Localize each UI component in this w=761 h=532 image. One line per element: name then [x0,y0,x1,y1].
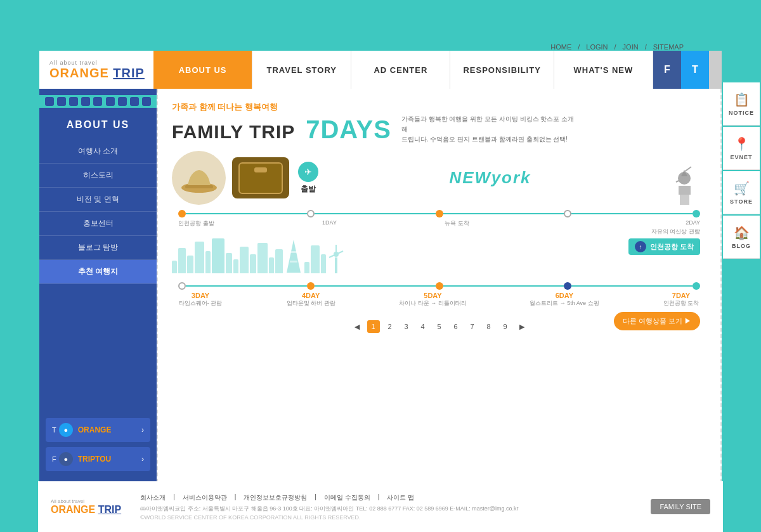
util-login[interactable]: LOGIN [586,43,608,51]
footer-link-terms[interactable]: 서비스이용약관 [183,493,227,502]
7day-place: 인천공항 도착 [662,299,700,308]
sidebar-title: ABOUT US [39,108,157,139]
page-1[interactable]: 1 [367,320,380,333]
footer-link-email[interactable]: 이메일 수집동의 [324,493,370,502]
building-6 [212,238,224,273]
building-8 [233,259,238,273]
footer: All about travel ORANGE TRIP 회사소개 | 서비스이… [38,481,723,532]
event-btn[interactable]: 📍 EVNET [723,127,760,170]
store-label: STORE [730,198,753,205]
page-5[interactable]: 5 [433,320,446,333]
footer-sitename: ORANGE TRIP [51,504,121,516]
title-7days: 7DAYS [306,115,391,143]
sidebar-item-pr[interactable]: 홍보센터 [39,212,157,236]
newyork-area: NEWyork [325,168,656,188]
building-10 [250,254,256,273]
util-join[interactable]: JOIN [623,43,639,51]
page-9[interactable]: 9 [499,320,512,333]
page-prev[interactable]: ◀ [351,320,363,333]
sidebar-item-intro[interactable]: 여행사 소개 [39,139,157,164]
7day-label: 7DAY [662,292,700,299]
building-9 [240,247,249,273]
svg-rect-1 [185,185,213,188]
departure-section: ✈ 출발 [298,162,318,195]
4day-label: 4DAY [285,292,336,299]
puzzle-deco-2 [57,97,66,106]
tab-responsibility[interactable]: RESPONSIBILITY [450,51,554,89]
nav-social: F T [653,51,722,89]
footer-link-privacy[interactable]: 개인정보보호규정방침 [244,493,307,502]
notice-label: NOTICE [729,110,754,116]
sidebar-twitter-btn[interactable]: T ● ORANGE › [46,418,150,442]
util-sep3: / [645,43,647,51]
building-2 [178,248,186,273]
puzzle-deco-1 [45,97,54,106]
sidebar-item-vision[interactable]: 비전 및 연혁 [39,188,157,212]
facebook-icon: ● [59,452,73,466]
event-icon: 📍 [734,136,750,152]
sidebar-item-recommend[interactable]: 추천 여행지 [39,260,157,284]
page-2[interactable]: 2 [384,320,396,333]
city-silhouette-row: ↑ 인천공항 도착 [172,238,706,280]
page-7[interactable]: 7 [466,320,479,333]
util-sitemap[interactable]: SITEMAP [653,43,684,51]
sidebar-item-history[interactable]: 히스토리 [39,164,157,188]
footer-link-company[interactable]: 회사소개 [140,493,166,502]
puzzle-deco-5 [93,97,102,106]
tl-statue-label: 자유의 여신상 관람 [651,228,700,236]
social-facebook-btn[interactable]: F [653,51,681,89]
social-twitter-btn[interactable]: T [681,51,709,89]
5day-label: 5DAY [399,292,467,299]
banner-subtitle: 가족과 함께 떠나는 행복여행 [172,101,706,113]
page-8[interactable]: 8 [483,320,495,333]
logo-area: All about travel ORANGE TRIP [39,51,153,89]
more-button[interactable]: 다른 여행상품 보기 ▶ [614,312,700,330]
logo-blue: TRIP [113,66,145,80]
building-3 [187,256,193,273]
title-family-trip: FAMILY TRIP [172,121,295,142]
family-site-btn[interactable]: FAMILY SITE [651,499,710,514]
timeline-top: 인천공항 출발 1DAY 뉴욕 도착 2DAY 자유의 여신상 관람 [172,210,706,236]
pagination-row: ◀ 1 2 3 4 5 6 7 8 9 ▶ 다른 여행상품 보기 ▶ [172,313,706,341]
social-extra [709,51,722,89]
logo-text: ORANGE TRIP [49,66,153,81]
puzzle-deco-6 [106,97,115,106]
notice-icon: 📋 [734,92,750,107]
main-content: 가족과 함께 떠나는 행복여행 FAMILY TRIP 7DAYS 가족들과 행… [157,89,722,489]
page-6[interactable]: 6 [450,320,462,333]
page-3[interactable]: 3 [400,320,413,333]
left-sidebar: ABOUT US 여행사 소개 히스토리 비전 및 연혁 홍보센터 블로그 탐방 [39,89,157,489]
3day-place: 타임스퀘어- 관람 [178,299,223,308]
6day-label: 6DAY [530,292,599,299]
header: All about travel ORANGE TRIP ABOUT US TR… [39,51,722,89]
notice-btn[interactable]: 📋 NOTICE [723,82,760,126]
page-next[interactable]: ▶ [516,320,528,333]
sidebar-menu: 여행사 소개 히스토리 비전 및 연혁 홍보센터 블로그 탐방 추천 여행지 [39,139,157,284]
pagination: ◀ 1 2 3 4 5 6 7 8 9 ▶ [351,315,528,338]
sidebar-facebook-btn[interactable]: F ● TRIPTOU › [46,447,150,471]
blog-btn[interactable]: 🏠 BLOG [723,216,760,259]
page-4[interactable]: 4 [417,320,429,333]
6day-place: 월스트리트 → 5th Ave 쇼핑 [530,299,599,308]
banner-description: 가족들과 행복한 여행을 위한 모든 사이팅 비킹스 핫스포 소개해 드립니다.… [401,114,579,145]
tab-travel-story[interactable]: TRAVEL STORY [252,51,351,89]
svg-rect-10 [290,261,297,263]
luggage-image [232,157,289,198]
tab-ad-center[interactable]: AD CENTER [351,51,450,89]
tl-newyork-arrive: 뉴욕 도착 [445,219,469,228]
tab-whats-new[interactable]: WHAT'S NEW [554,51,653,89]
incheon-arrive-label: ↑ 인천공항 도착 [628,238,700,255]
footer-link-sitemap[interactable]: 사이트 맵 [387,493,414,502]
windmill-icon [327,242,345,273]
building-1 [172,261,177,273]
util-home[interactable]: HOME [550,43,571,51]
sidebar-item-blog[interactable]: 블로그 탐방 [39,236,157,260]
footer-copyright: ©WORLD SERVICE CENTER OF KOREA CORPORATI… [140,514,632,521]
tab-about-us[interactable]: ABOUT US [153,51,252,89]
logo-tagline: All about travel [49,60,153,66]
3day-label: 3DAY [178,292,223,299]
puzzle-deco-9 [142,97,151,106]
svg-line-6 [684,167,691,172]
store-btn[interactable]: 🛒 STORE [723,171,760,214]
logo-orange: ORANGE [49,66,109,80]
